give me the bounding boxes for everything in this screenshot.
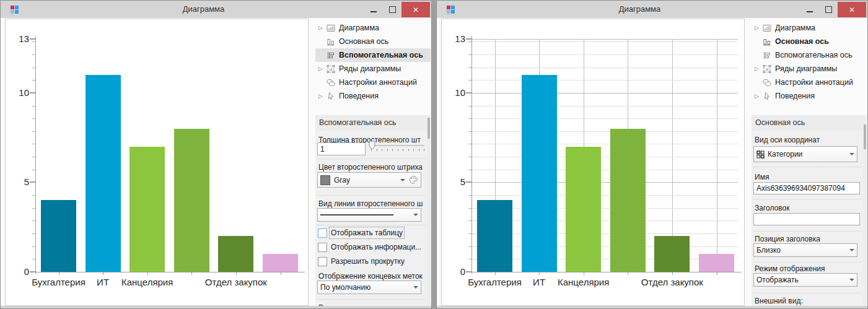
combo-minor-color[interactable]: Gray	[317, 172, 421, 188]
y-tick-label: 13	[7, 33, 29, 44]
category-tick	[584, 272, 584, 275]
props-scrollbar[interactable]	[427, 115, 431, 306]
titlebar[interactable]: Диаграмма ✕	[1, 1, 431, 18]
combo-value: Категории	[768, 150, 802, 159]
bar[interactable]	[41, 200, 76, 272]
series-icon	[326, 64, 336, 74]
combo-value: По умолчанию	[320, 283, 370, 292]
y-minor-tick	[468, 195, 471, 196]
y-tick	[30, 92, 35, 94]
tree-item-behaviors[interactable]: ▷ Поведения	[752, 89, 867, 103]
combo-minor-line-style[interactable]	[317, 208, 421, 222]
checkbox-icon[interactable]	[318, 243, 327, 252]
expander-icon[interactable]: ▷	[318, 93, 326, 99]
bar[interactable]	[85, 75, 121, 272]
slider-track[interactable]	[372, 145, 424, 146]
tree-item-annotations[interactable]: Настройки аннотаций	[315, 76, 431, 89]
window-secondary-axis: Диаграмма ✕ 051013БухгалтерияИТКанцеляри…	[0, 0, 432, 309]
slider-minor-thickness[interactable]	[367, 141, 424, 157]
tree-item-label: Ряды диаграммы	[775, 64, 837, 73]
tree-item-series[interactable]: ▷ Ряды диаграммы	[315, 62, 431, 76]
maximize-button[interactable]	[819, 2, 838, 17]
chart-area[interactable]: 051013БухгалтерияИТКанцелярияОтдел закуп…	[441, 19, 745, 306]
tree-item-primary-axis[interactable]: Основная ось	[752, 35, 867, 48]
scrollbar-thumb[interactable]	[427, 118, 430, 139]
props-scrollbar[interactable]	[863, 115, 867, 306]
minimize-button[interactable]	[800, 2, 819, 17]
checkbox-show-info[interactable]: Отображать информаци...	[318, 242, 421, 253]
y-minor-tick	[32, 220, 35, 221]
chevron-down-icon	[400, 179, 405, 181]
expander-icon[interactable]: ▷	[755, 93, 762, 99]
category-tick	[281, 272, 281, 275]
y-tick-label: 10	[7, 87, 29, 98]
maximize-icon	[389, 6, 396, 13]
checkbox-icon[interactable]	[318, 257, 327, 266]
y-minor-tick	[468, 41, 471, 42]
window-primary-axis: Диаграмма ✕ 051013БухгалтерияИТКанцеляри…	[436, 0, 868, 309]
category-tick	[628, 272, 628, 275]
close-button[interactable]: ✕	[838, 2, 866, 17]
bar[interactable]	[129, 147, 165, 272]
bar[interactable]	[263, 254, 298, 272]
tree-item-behaviors[interactable]: ▷ Поведения	[315, 89, 431, 103]
color-swatch-gray	[320, 175, 330, 185]
tree-item-secondary-axis[interactable]: Вспомогательная ось	[752, 48, 867, 62]
bar[interactable]	[566, 147, 601, 272]
gridline-major	[472, 93, 738, 94]
y-tick-label: 0	[443, 266, 465, 277]
behaviors-icon	[762, 92, 772, 101]
combo-axis-kind[interactable]: Категории	[753, 146, 857, 162]
category-label: Отдел закупок	[635, 277, 709, 287]
category-label: Канцелярия	[546, 277, 621, 287]
tree-item-annotations[interactable]: Настройки аннотаций	[752, 76, 867, 89]
titlebar[interactable]: Диаграмма ✕	[437, 1, 867, 18]
category-tick	[717, 272, 717, 275]
annotations-icon	[762, 78, 772, 87]
tree-item-diagram[interactable]: ▷ Диаграмма	[315, 21, 431, 35]
props-panel: Вид оси координат Категории Имя Заголово…	[752, 131, 863, 306]
chart-area[interactable]: 051013БухгалтерияИТКанцелярияОтдел закуп…	[5, 19, 309, 306]
tree-item-label: Диаграмма	[339, 24, 379, 32]
label-clipped-bottom: Режим отрисовки концевых м	[318, 303, 421, 306]
bar[interactable]	[522, 75, 557, 272]
bar[interactable]	[610, 129, 646, 272]
tree-item-label: Основная ось	[775, 37, 829, 46]
bar[interactable]	[699, 254, 734, 272]
category-label: Канцелярия	[110, 277, 185, 287]
secondary-axis-icon	[326, 51, 336, 60]
tree-item-label: Вспомогательная ось	[775, 51, 853, 59]
tree-item-diagram[interactable]: ▷ Диаграмма	[752, 21, 867, 35]
maximize-button[interactable]	[383, 2, 401, 17]
bar[interactable]	[218, 236, 253, 272]
tree-item-series[interactable]: ▷ Ряды диаграммы	[752, 62, 867, 76]
close-button[interactable]: ✕	[401, 2, 430, 17]
expander-icon[interactable]: ▷	[318, 25, 326, 31]
bar[interactable]	[477, 200, 512, 272]
input-minor-thickness[interactable]	[317, 142, 366, 155]
input-axis-title[interactable]	[753, 213, 860, 225]
expander-icon[interactable]: ▷	[318, 66, 326, 72]
checkbox-icon[interactable]	[318, 228, 327, 238]
x-axis-line	[471, 272, 741, 272]
tree-item-secondary-axis[interactable]: Вспомогательная ось	[315, 48, 431, 62]
combo-title-position[interactable]: Близко	[753, 243, 857, 257]
combo-display-mode[interactable]: Отображать	[753, 273, 857, 287]
tree-item-label: Вспомогательная ось	[339, 51, 423, 59]
checkbox-allow-scroll[interactable]: Разрешить прокрутку	[318, 256, 405, 267]
input-axis-name[interactable]	[753, 182, 860, 194]
combo-end-labels-mode[interactable]: По умолчанию	[317, 281, 421, 294]
tree-item-primary-axis[interactable]: Основная ось	[315, 35, 431, 48]
y-tick	[30, 181, 35, 183]
scrollbar-thumb[interactable]	[864, 124, 866, 149]
checkbox-show-table[interactable]: Отображать таблицу	[318, 227, 403, 238]
y-minor-tick	[32, 118, 35, 119]
y-tick-label: 13	[443, 33, 465, 44]
minimize-button[interactable]	[364, 2, 383, 17]
expander-icon[interactable]: ▷	[755, 25, 762, 31]
chevron-down-icon	[849, 153, 854, 155]
bar[interactable]	[654, 236, 690, 272]
expander-icon[interactable]: ▷	[755, 66, 762, 72]
bar[interactable]	[174, 129, 209, 272]
y-minor-tick	[468, 54, 471, 55]
